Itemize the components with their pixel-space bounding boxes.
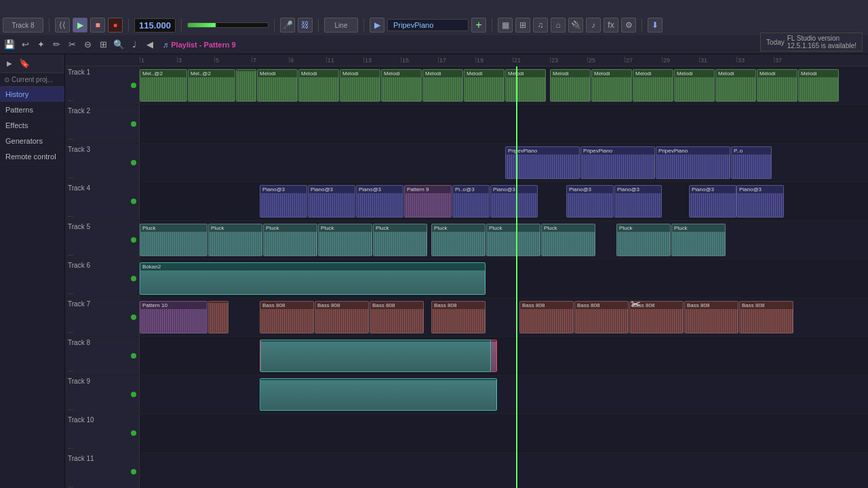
track-content-1[interactable]: Mel..@2Mel..@2MelodiMelodiMelodiMelodiMe… xyxy=(140,66,868,104)
clip[interactable]: Piano@3 xyxy=(566,185,614,218)
clip[interactable] xyxy=(208,301,229,333)
clip[interactable]: Bass 808 xyxy=(431,301,486,333)
clip[interactable]: Bokan2 xyxy=(140,262,486,295)
save-button[interactable]: 💾 xyxy=(3,38,16,52)
tracks-container[interactable]: Track 1...Mel..@2Mel..@2MelodiMelodiMelo… xyxy=(65,66,868,488)
track-header-1[interactable]: Track 1... xyxy=(65,66,140,104)
clip[interactable]: Mel..@2 xyxy=(140,69,187,102)
clip[interactable]: Pluck xyxy=(541,224,595,256)
clip[interactable]: Melodi xyxy=(464,69,505,102)
clip[interactable] xyxy=(260,378,497,411)
clip[interactable]: Piano@3 xyxy=(490,185,538,218)
add-channel-button[interactable]: + xyxy=(471,18,486,33)
clip[interactable]: Mel..@2 xyxy=(188,69,235,102)
clip[interactable]: Pluck xyxy=(208,224,262,256)
sidebar-item-history[interactable]: History xyxy=(0,87,64,102)
track-selector[interactable]: Track 8 xyxy=(3,18,43,33)
track-content-2[interactable] xyxy=(140,105,868,143)
clip[interactable]: Melodi xyxy=(505,69,546,102)
clip[interactable]: Pluck xyxy=(373,224,427,256)
channel-name[interactable]: PripevPiano xyxy=(387,19,469,31)
clip[interactable]: Piano@3 xyxy=(260,185,307,218)
clip[interactable]: Melodi xyxy=(591,69,632,102)
sampler-button[interactable]: ♪ xyxy=(586,18,601,33)
clip[interactable]: Melodi xyxy=(550,69,591,102)
clip[interactable]: Piano@3 xyxy=(356,185,403,218)
clip[interactable]: Melodi xyxy=(798,69,839,102)
mic-button[interactable]: 🎤 xyxy=(280,18,295,33)
channel-arrow[interactable]: ▶ xyxy=(370,18,384,33)
track-header-5[interactable]: Track 5... xyxy=(65,221,140,259)
plugin-picker-button[interactable]: 🔌 xyxy=(568,18,583,33)
stop-button[interactable]: ■ xyxy=(90,18,105,33)
clip[interactable] xyxy=(260,340,491,372)
settings-button[interactable]: ⚙ xyxy=(621,18,636,33)
select-tool[interactable]: ⊞ xyxy=(96,38,110,52)
rewind-button[interactable]: ⟨⟨ xyxy=(55,18,70,33)
undo-button[interactable]: ↩ xyxy=(18,38,32,52)
lp-bookmark[interactable]: 🔖 xyxy=(18,57,31,70)
sidebar-item-patterns[interactable]: Patterns xyxy=(0,102,64,118)
clip[interactable]: Melodi xyxy=(757,69,797,102)
link-button[interactable]: ⛓ xyxy=(298,18,313,33)
track-header-11[interactable]: Track 11... xyxy=(65,453,140,488)
cursor-tool[interactable]: ✦ xyxy=(34,38,47,52)
bpm-display[interactable]: 115.000 xyxy=(134,18,176,33)
track-content-4[interactable]: Piano@3Piano@3Piano@3Pattern 9Pi..o@3Pia… xyxy=(140,182,868,220)
cut-tool[interactable]: ⊖ xyxy=(81,38,94,52)
download-button[interactable]: ⬇ xyxy=(648,18,663,33)
clip[interactable]: Piano@3 xyxy=(689,185,736,218)
clip[interactable]: PripevPiano xyxy=(656,146,730,179)
play-pause-button[interactable]: ▶ xyxy=(73,18,87,33)
track-header-9[interactable]: Track 9... xyxy=(65,375,140,413)
mixer-button[interactable]: ▦ xyxy=(498,18,513,33)
clip[interactable]: Melodi xyxy=(422,69,463,102)
pencil-tool[interactable]: ✏ xyxy=(50,38,63,52)
track-header-7[interactable]: Track 7... xyxy=(65,298,140,336)
track-content-11[interactable] xyxy=(140,453,868,488)
fx-button[interactable]: fx xyxy=(604,18,618,33)
clip[interactable]: PripevPiano xyxy=(580,146,655,179)
clip[interactable]: Melodi xyxy=(298,69,339,102)
current-project-item[interactable]: ⊙ Current proj... xyxy=(0,73,64,87)
clip[interactable]: Bass 808 xyxy=(684,301,738,333)
track-content-10[interactable] xyxy=(140,414,868,452)
channel-rack-button[interactable]: ⊞ xyxy=(515,18,530,33)
clip[interactable]: Bass 808 xyxy=(315,301,369,333)
clip[interactable]: Melodi xyxy=(340,69,380,102)
track-content-5[interactable]: PluckPluckPluckPluckPluckPluckPluckPluck… xyxy=(140,221,868,259)
sidebar-item-generators[interactable]: Generators xyxy=(0,134,64,149)
clip[interactable]: Piano@3 xyxy=(308,185,355,218)
clip[interactable]: Bass 808 xyxy=(629,301,684,333)
track-header-4[interactable]: Track 4... xyxy=(65,182,140,220)
clip[interactable]: Pattern 10 xyxy=(140,301,208,333)
piano-roll-button[interactable]: ♫ xyxy=(533,18,548,33)
track-content-6[interactable]: Bokan2 xyxy=(140,260,868,298)
clip[interactable]: Melodi xyxy=(633,69,673,102)
clip[interactable]: PripevPiano xyxy=(505,146,580,179)
clip[interactable]: Melodi xyxy=(715,69,756,102)
clip[interactable]: Bass 808 xyxy=(260,301,314,333)
lp-arrow[interactable]: ▶ xyxy=(3,57,16,70)
browser-button[interactable]: ⌂ xyxy=(551,18,566,33)
mute-tool[interactable]: ♩ xyxy=(127,38,141,52)
clip[interactable]: Bass 808 xyxy=(739,301,793,333)
clip[interactable]: Melodi xyxy=(381,69,422,102)
clip[interactable]: Pluck xyxy=(263,224,317,256)
clip[interactable]: Bass 808 xyxy=(519,301,574,333)
clip[interactable]: P..o xyxy=(731,146,772,179)
clip[interactable]: Piano@3 xyxy=(614,185,662,218)
track-header-10[interactable]: Track 10... xyxy=(65,414,140,452)
track-content-3[interactable]: PripevPianoPripevPianoPripevPianoP..o xyxy=(140,144,868,182)
clip[interactable]: Piano@3 xyxy=(736,185,784,218)
clip[interactable]: Pluck xyxy=(140,224,208,256)
track-content-7[interactable]: Pattern 10Bass 808Bass 808Bass 808Bass 8… xyxy=(140,298,868,336)
clip[interactable]: Pluck xyxy=(486,224,540,256)
sidebar-item-effects[interactable]: Effects xyxy=(0,118,64,134)
track-content-9[interactable] xyxy=(140,375,868,413)
track-content-8[interactable] xyxy=(140,337,868,375)
prev-button[interactable]: ◀ xyxy=(143,38,157,52)
track-header-2[interactable]: Track 2... xyxy=(65,105,140,143)
clip[interactable]: Pluck xyxy=(616,224,671,256)
clip[interactable]: Pattern 9 xyxy=(404,185,452,218)
